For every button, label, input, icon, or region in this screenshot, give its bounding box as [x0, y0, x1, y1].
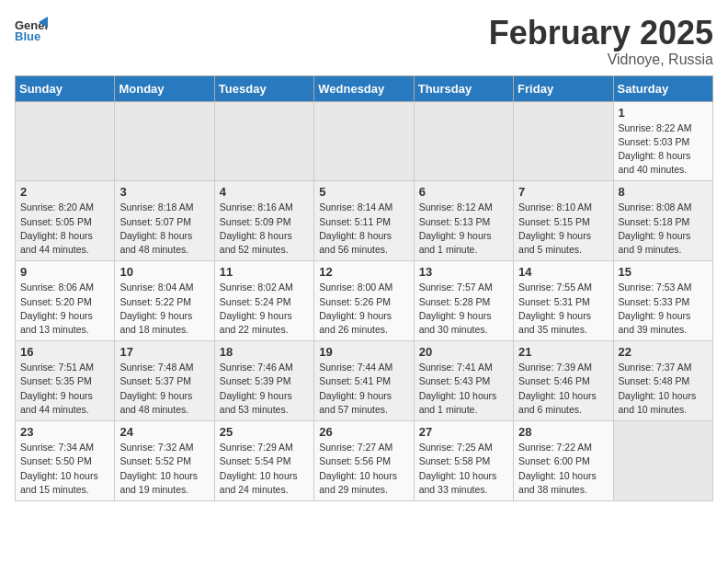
weekday-header-thursday: Thursday [414, 75, 513, 101]
day-number: 5 [319, 185, 408, 199]
calendar-cell: 25Sunrise: 7:29 AM Sunset: 5:54 PM Dayli… [214, 421, 313, 501]
calendar-cell: 1Sunrise: 8:22 AM Sunset: 5:03 PM Daylig… [613, 101, 712, 181]
calendar-cell: 5Sunrise: 8:14 AM Sunset: 5:11 PM Daylig… [314, 181, 414, 261]
calendar-week-4: 16Sunrise: 7:51 AM Sunset: 5:35 PM Dayli… [16, 341, 713, 421]
day-detail: Sunrise: 7:48 AM Sunset: 5:37 PM Dayligh… [119, 361, 209, 417]
title-block: February 2025 Vidnoye, Russia [489, 15, 713, 68]
calendar-cell: 17Sunrise: 7:48 AM Sunset: 5:37 PM Dayli… [115, 341, 214, 421]
day-number: 19 [319, 345, 408, 359]
weekday-header-sunday: Sunday [16, 75, 115, 101]
day-detail: Sunrise: 7:57 AM Sunset: 5:28 PM Dayligh… [419, 281, 508, 337]
calendar-cell [115, 101, 214, 181]
calendar-cell: 22Sunrise: 7:37 AM Sunset: 5:48 PM Dayli… [613, 341, 712, 421]
day-number: 25 [220, 425, 309, 439]
day-number: 26 [319, 425, 408, 439]
calendar-cell: 16Sunrise: 7:51 AM Sunset: 5:35 PM Dayli… [16, 341, 115, 421]
calendar-cell: 3Sunrise: 8:18 AM Sunset: 5:07 PM Daylig… [115, 181, 214, 261]
day-detail: Sunrise: 7:53 AM Sunset: 5:33 PM Dayligh… [619, 281, 708, 337]
calendar-cell: 24Sunrise: 7:32 AM Sunset: 5:52 PM Dayli… [115, 421, 214, 501]
logo-icon: General Blue [15, 15, 48, 52]
calendar-week-3: 9Sunrise: 8:06 AM Sunset: 5:20 PM Daylig… [16, 261, 713, 341]
day-number: 20 [419, 345, 508, 359]
calendar-body: 1Sunrise: 8:22 AM Sunset: 5:03 PM Daylig… [16, 101, 713, 500]
day-detail: Sunrise: 7:27 AM Sunset: 5:56 PM Dayligh… [319, 441, 408, 497]
calendar-week-1: 1Sunrise: 8:22 AM Sunset: 5:03 PM Daylig… [16, 101, 713, 181]
day-detail: Sunrise: 8:00 AM Sunset: 5:26 PM Dayligh… [319, 281, 408, 337]
day-number: 6 [419, 185, 508, 199]
calendar-cell: 4Sunrise: 8:16 AM Sunset: 5:09 PM Daylig… [214, 181, 313, 261]
calendar-cell [16, 101, 115, 181]
day-number: 21 [518, 345, 608, 359]
calendar-cell [414, 101, 513, 181]
day-number: 15 [619, 265, 708, 279]
calendar-cell: 10Sunrise: 8:04 AM Sunset: 5:22 PM Dayli… [115, 261, 214, 341]
calendar-cell: 14Sunrise: 7:55 AM Sunset: 5:31 PM Dayli… [514, 261, 613, 341]
calendar-cell [514, 101, 613, 181]
day-detail: Sunrise: 8:10 AM Sunset: 5:15 PM Dayligh… [518, 201, 608, 257]
day-detail: Sunrise: 7:29 AM Sunset: 5:54 PM Dayligh… [220, 441, 309, 497]
day-number: 1 [619, 106, 708, 120]
calendar-cell [314, 101, 414, 181]
day-detail: Sunrise: 7:41 AM Sunset: 5:43 PM Dayligh… [419, 361, 508, 417]
calendar-cell: 12Sunrise: 8:00 AM Sunset: 5:26 PM Dayli… [314, 261, 414, 341]
day-detail: Sunrise: 7:44 AM Sunset: 5:41 PM Dayligh… [319, 361, 408, 417]
day-number: 3 [119, 185, 209, 199]
day-detail: Sunrise: 7:25 AM Sunset: 5:58 PM Dayligh… [419, 441, 508, 497]
day-detail: Sunrise: 8:20 AM Sunset: 5:05 PM Dayligh… [20, 201, 109, 257]
day-number: 14 [518, 265, 608, 279]
calendar-cell: 19Sunrise: 7:44 AM Sunset: 5:41 PM Dayli… [314, 341, 414, 421]
weekday-header-tuesday: Tuesday [214, 75, 313, 101]
day-detail: Sunrise: 8:06 AM Sunset: 5:20 PM Dayligh… [20, 281, 109, 337]
calendar-week-2: 2Sunrise: 8:20 AM Sunset: 5:05 PM Daylig… [16, 181, 713, 261]
day-detail: Sunrise: 7:46 AM Sunset: 5:39 PM Dayligh… [220, 361, 309, 417]
day-detail: Sunrise: 7:34 AM Sunset: 5:50 PM Dayligh… [20, 441, 109, 497]
day-number: 4 [220, 185, 309, 199]
logo: General Blue [15, 15, 48, 52]
day-detail: Sunrise: 8:12 AM Sunset: 5:13 PM Dayligh… [419, 201, 508, 257]
day-number: 7 [518, 185, 608, 199]
weekday-header-monday: Monday [115, 75, 214, 101]
weekday-header-saturday: Saturday [613, 75, 712, 101]
calendar-cell [613, 421, 712, 501]
calendar-cell: 27Sunrise: 7:25 AM Sunset: 5:58 PM Dayli… [414, 421, 513, 501]
day-detail: Sunrise: 8:22 AM Sunset: 5:03 PM Dayligh… [619, 121, 708, 178]
calendar-week-5: 23Sunrise: 7:34 AM Sunset: 5:50 PM Dayli… [16, 421, 713, 501]
calendar-cell: 18Sunrise: 7:46 AM Sunset: 5:39 PM Dayli… [214, 341, 313, 421]
day-detail: Sunrise: 8:08 AM Sunset: 5:18 PM Dayligh… [619, 201, 708, 257]
day-number: 13 [419, 265, 508, 279]
calendar-cell: 23Sunrise: 7:34 AM Sunset: 5:50 PM Dayli… [16, 421, 115, 501]
calendar-cell: 21Sunrise: 7:39 AM Sunset: 5:46 PM Dayli… [514, 341, 613, 421]
calendar-cell: 13Sunrise: 7:57 AM Sunset: 5:28 PM Dayli… [414, 261, 513, 341]
calendar-cell: 2Sunrise: 8:20 AM Sunset: 5:05 PM Daylig… [16, 181, 115, 261]
day-number: 23 [20, 425, 109, 439]
day-number: 28 [518, 425, 608, 439]
day-detail: Sunrise: 7:22 AM Sunset: 6:00 PM Dayligh… [518, 441, 608, 497]
calendar-cell: 9Sunrise: 8:06 AM Sunset: 5:20 PM Daylig… [16, 261, 115, 341]
calendar-cell: 6Sunrise: 8:12 AM Sunset: 5:13 PM Daylig… [414, 181, 513, 261]
calendar-cell: 15Sunrise: 7:53 AM Sunset: 5:33 PM Dayli… [613, 261, 712, 341]
day-number: 8 [619, 185, 708, 199]
calendar-cell: 7Sunrise: 8:10 AM Sunset: 5:15 PM Daylig… [514, 181, 613, 261]
svg-text:Blue: Blue [15, 29, 40, 43]
calendar-cell: 11Sunrise: 8:02 AM Sunset: 5:24 PM Dayli… [214, 261, 313, 341]
weekday-header-row: SundayMondayTuesdayWednesdayThursdayFrid… [16, 75, 713, 101]
day-detail: Sunrise: 7:37 AM Sunset: 5:48 PM Dayligh… [619, 361, 708, 417]
calendar-cell: 8Sunrise: 8:08 AM Sunset: 5:18 PM Daylig… [613, 181, 712, 261]
day-detail: Sunrise: 7:51 AM Sunset: 5:35 PM Dayligh… [20, 361, 109, 417]
calendar-cell: 20Sunrise: 7:41 AM Sunset: 5:43 PM Dayli… [414, 341, 513, 421]
day-detail: Sunrise: 8:18 AM Sunset: 5:07 PM Dayligh… [119, 201, 209, 257]
location-subtitle: Vidnoye, Russia [489, 52, 713, 68]
day-number: 27 [419, 425, 508, 439]
day-number: 22 [619, 345, 708, 359]
page-header: General Blue February 2025 Vidnoye, Russ… [15, 15, 713, 68]
calendar-cell: 28Sunrise: 7:22 AM Sunset: 6:00 PM Dayli… [514, 421, 613, 501]
day-number: 12 [319, 265, 408, 279]
day-detail: Sunrise: 8:04 AM Sunset: 5:22 PM Dayligh… [119, 281, 209, 337]
calendar-cell [214, 101, 313, 181]
weekday-header-friday: Friday [514, 75, 613, 101]
day-number: 2 [20, 185, 109, 199]
day-number: 18 [220, 345, 309, 359]
day-detail: Sunrise: 7:39 AM Sunset: 5:46 PM Dayligh… [518, 361, 608, 417]
day-detail: Sunrise: 8:16 AM Sunset: 5:09 PM Dayligh… [220, 201, 309, 257]
day-number: 10 [119, 265, 209, 279]
